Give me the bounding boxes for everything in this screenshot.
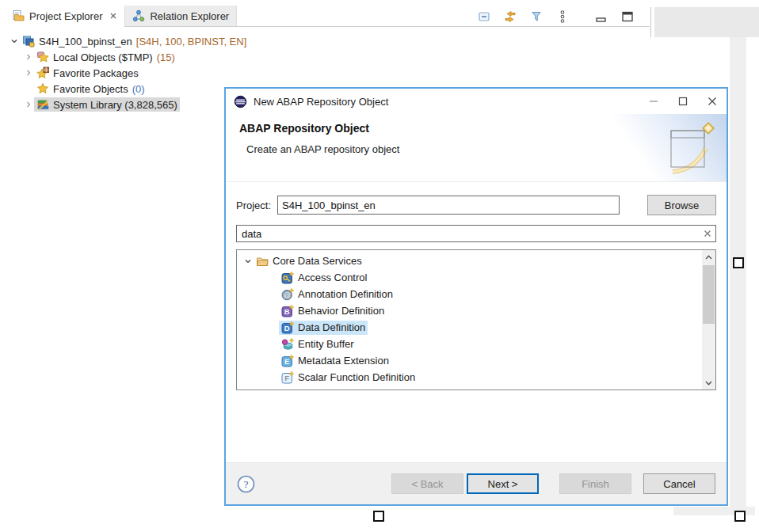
tab-relation-explorer[interactable]: Relation Explorer xyxy=(124,6,237,26)
tree-item-label: Local Objects ($TMP) xyxy=(53,51,153,63)
wizard-title: ABAP Repository Object xyxy=(239,122,369,135)
chevron-expanded-icon[interactable] xyxy=(242,256,254,267)
tree-item-label: System Library (3,828,565) xyxy=(53,99,177,111)
dialog-header-banner: ABAP Repository Object Create an ABAP re… xyxy=(226,114,727,182)
minimize-view-button[interactable] xyxy=(593,9,609,25)
filter-icon xyxy=(529,10,544,24)
window-controls xyxy=(639,89,727,114)
tree-item[interactable]: Local Objects ($TMP) (15) xyxy=(5,49,249,65)
system-library-icon xyxy=(36,98,49,111)
row-content: Favorite Objects (0) xyxy=(34,82,147,96)
help-button[interactable]: ? xyxy=(237,475,255,493)
link-with-editor-icon xyxy=(503,10,517,24)
maximize-view-button[interactable] xyxy=(620,9,635,25)
object-type-list: Core Data ServicesAccess Control@Annotat… xyxy=(236,249,716,390)
help-icon: ? xyxy=(237,475,255,493)
window-minimize-button[interactable] xyxy=(639,89,668,114)
list-item[interactable]: Entity Buffer xyxy=(240,336,715,352)
window-maximize-button[interactable] xyxy=(668,89,697,114)
list-item[interactable]: Access Control xyxy=(240,269,715,286)
chevron-spacer xyxy=(267,389,279,391)
chevron-collapsed-icon[interactable] xyxy=(22,99,34,110)
svg-text:B: B xyxy=(284,307,290,316)
collapse-all-icon xyxy=(477,10,491,24)
minimize-view-icon xyxy=(594,10,608,24)
tree-item[interactable]: Favorite Packages xyxy=(5,65,249,81)
list-item[interactable]: BBehavior Definition xyxy=(240,302,715,319)
access-control-icon xyxy=(281,272,294,284)
eclipse-icon xyxy=(234,95,247,108)
list-item-label: Scalar Function Definition xyxy=(298,371,415,383)
editor-area-strip xyxy=(730,37,746,515)
chevron-expanded-icon[interactable] xyxy=(8,36,20,47)
back-button[interactable]: < Back xyxy=(391,473,463,494)
project-input[interactable] xyxy=(277,196,620,215)
filter-button[interactable] xyxy=(528,9,544,25)
relation-explorer-icon xyxy=(132,10,145,22)
list-item[interactable]: DData Definition xyxy=(240,319,715,336)
tree-item[interactable]: System Library (3,828,565) xyxy=(5,97,249,112)
folder-open-icon xyxy=(256,255,269,268)
project-icon xyxy=(22,35,35,48)
tree-item[interactable]: S4H_100_bpinst_en [S4H, 100, BPINST, EN] xyxy=(5,33,249,49)
chevron-collapsed-icon[interactable] xyxy=(22,51,34,63)
selection-handle-bottom[interactable] xyxy=(373,511,384,522)
dialog-titlebar: New ABAP Repository Object xyxy=(226,89,727,114)
svg-text:?: ? xyxy=(244,478,249,490)
scrollbar[interactable] xyxy=(702,250,715,390)
row-content: DData Definition xyxy=(279,321,368,335)
chevron-spacer xyxy=(267,272,279,283)
clear-search-button[interactable] xyxy=(704,230,711,238)
list-item-label: Metadata Extension xyxy=(298,355,389,367)
chevron-collapsed-icon[interactable] xyxy=(22,67,34,78)
browse-button[interactable]: Browse xyxy=(647,195,716,215)
scroll-up-icon xyxy=(705,255,712,260)
row-content: BBehavior Definition xyxy=(279,304,387,318)
list-item[interactable]: Core Data Services xyxy=(240,253,715,269)
row-content: EMetadata Extension xyxy=(279,354,391,368)
link-with-editor-button[interactable] xyxy=(502,9,518,25)
collapse-all-button[interactable] xyxy=(476,9,492,25)
scroll-up-button[interactable] xyxy=(702,250,715,264)
annotation-definition-icon: @ xyxy=(281,288,294,301)
row-content xyxy=(279,387,296,391)
view-separator xyxy=(650,7,651,37)
local-objects-icon xyxy=(36,51,49,63)
search-input[interactable] xyxy=(236,225,716,242)
window-maximize-icon xyxy=(678,97,688,106)
list-item[interactable]: FScalar Function Definition xyxy=(240,369,715,386)
item-decoration: (0) xyxy=(132,83,145,95)
row-content: Access Control xyxy=(279,271,369,285)
list-item[interactable]: @Annotation Definition xyxy=(240,286,715,302)
item-decoration: (15) xyxy=(157,51,175,63)
view-toolbar xyxy=(476,7,635,26)
partial-item-icon xyxy=(281,388,294,391)
list-item[interactable] xyxy=(240,386,715,390)
close-tab-button[interactable] xyxy=(109,12,117,20)
selection-handle-corner[interactable] xyxy=(734,511,746,522)
chevron-spacer xyxy=(22,83,34,94)
tab-project-explorer[interactable]: Project Explorer xyxy=(5,6,124,26)
next-button[interactable]: Next > xyxy=(467,473,539,494)
finish-button[interactable]: Finish xyxy=(559,473,631,494)
list-item-label: Entity Buffer xyxy=(298,338,354,350)
list-item-label: Access Control xyxy=(298,272,367,283)
list-item-label: Core Data Services xyxy=(273,255,362,267)
list-item[interactable]: EMetadata Extension xyxy=(240,352,715,369)
scroll-down-button[interactable] xyxy=(702,376,715,390)
project-explorer-icon xyxy=(12,10,25,22)
banner-art xyxy=(609,114,727,181)
scrollbar-thumb[interactable] xyxy=(703,265,715,324)
selection-handle-right[interactable] xyxy=(733,257,744,268)
view-menu-button[interactable] xyxy=(555,9,570,25)
row-content: FScalar Function Definition xyxy=(279,370,418,385)
tree-item[interactable]: Favorite Objects (0) xyxy=(5,81,249,97)
tree-item-label: Favorite Objects xyxy=(53,83,128,95)
svg-text:D: D xyxy=(284,324,290,332)
window-close-button[interactable] xyxy=(697,89,727,114)
cancel-button[interactable]: Cancel xyxy=(643,473,715,494)
chevron-spacer xyxy=(267,306,279,317)
list-item-label: Data Definition xyxy=(298,321,365,333)
tree-item-label: Favorite Packages xyxy=(53,67,139,79)
row-content: Entity Buffer xyxy=(279,337,357,352)
